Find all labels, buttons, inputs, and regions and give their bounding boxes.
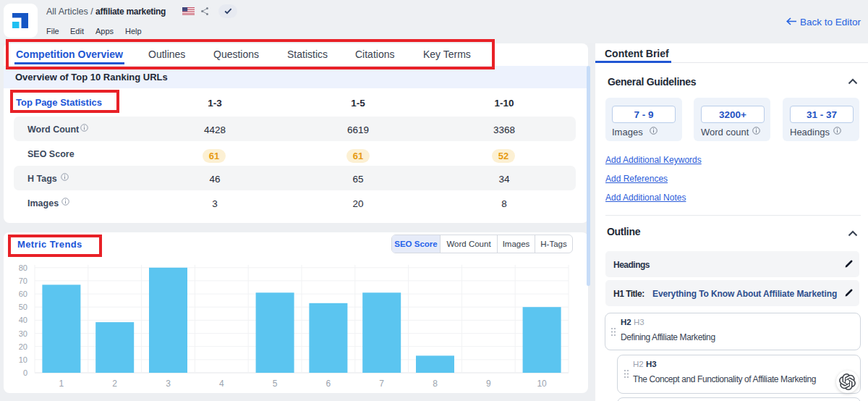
svg-text:7: 7 xyxy=(379,379,384,389)
svg-text:70: 70 xyxy=(19,277,27,285)
svg-text:40: 40 xyxy=(19,316,27,324)
svg-text:60: 60 xyxy=(19,290,27,298)
svg-text:9: 9 xyxy=(486,379,491,389)
svg-text:80: 80 xyxy=(19,263,27,272)
svg-text:20: 20 xyxy=(19,342,27,351)
svg-text:4: 4 xyxy=(219,379,224,389)
svg-text:0: 0 xyxy=(23,368,27,377)
svg-text:6: 6 xyxy=(326,379,331,389)
svg-text:50: 50 xyxy=(19,303,27,311)
svg-text:10: 10 xyxy=(19,355,27,364)
svg-text:8: 8 xyxy=(433,379,438,389)
svg-text:10: 10 xyxy=(537,379,547,389)
svg-text:5: 5 xyxy=(273,379,278,389)
svg-text:2: 2 xyxy=(112,379,117,389)
svg-text:3: 3 xyxy=(166,379,171,389)
svg-text:1: 1 xyxy=(59,379,64,389)
svg-text:30: 30 xyxy=(19,329,27,338)
